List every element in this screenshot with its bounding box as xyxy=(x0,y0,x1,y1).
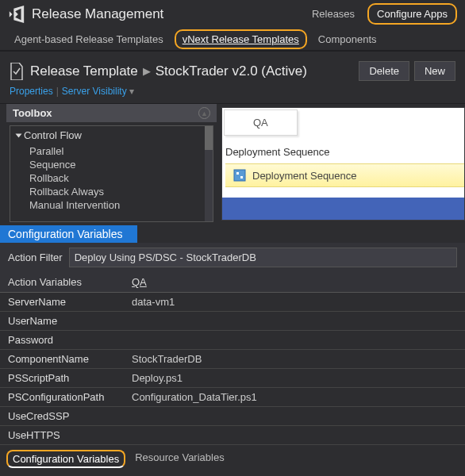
subtab-vnext-templates[interactable]: vNext Release Templates xyxy=(175,29,307,49)
document-props: Properties | Server Visibility xyxy=(0,84,465,103)
subtab-bar: Agent-based Release Templates vNext Rele… xyxy=(0,28,465,52)
var-value-cell[interactable] xyxy=(124,331,465,350)
table-row: UserName xyxy=(0,312,465,331)
var-name-cell: UserName xyxy=(0,312,124,331)
page-type-label: Release Template xyxy=(30,63,138,79)
table-row: ServerNamedata-vm1 xyxy=(0,293,465,312)
var-value-cell[interactable] xyxy=(124,426,465,445)
var-value-cell[interactable]: Deploy.ps1 xyxy=(124,369,465,388)
expand-caret-icon[interactable] xyxy=(16,134,22,138)
server-visibility-dropdown[interactable]: Server Visibility xyxy=(62,86,134,97)
table-row: PSScriptPathDeploy.ps1 xyxy=(0,369,465,388)
var-value-cell[interactable] xyxy=(124,312,465,331)
table-row: Password xyxy=(0,331,465,350)
tree-item-manual-intervention[interactable]: Manual Intervention xyxy=(10,198,213,212)
workspace: Toolbox ▲ Control Flow Parallel Sequence… xyxy=(0,103,465,224)
toolbox-header: Toolbox ▲ xyxy=(6,104,217,122)
config-variables-header[interactable]: Configuration Variables xyxy=(0,225,137,243)
var-name-cell: Password xyxy=(0,331,124,350)
svg-rect-2 xyxy=(240,176,243,178)
var-name-cell: ServerName xyxy=(0,293,124,312)
variables-table: Action Variables QA ServerNamedata-vm1Us… xyxy=(0,272,465,445)
properties-link[interactable]: Properties xyxy=(10,86,53,97)
table-row: UseCredSSP xyxy=(0,407,465,426)
document-icon xyxy=(10,63,24,80)
toolbox-scrollbar[interactable] xyxy=(205,126,213,221)
separator: | xyxy=(56,86,59,97)
title-bar: Release Management Releases Configure Ap… xyxy=(0,0,465,28)
svg-rect-1 xyxy=(236,172,239,175)
deployment-sequence-row[interactable]: Deployment Sequence xyxy=(225,163,464,187)
var-name-cell: PSScriptPath xyxy=(0,369,124,388)
var-value-cell[interactable]: StockTraderDB xyxy=(124,350,465,369)
svg-rect-0 xyxy=(234,170,245,181)
subtab-components[interactable]: Components xyxy=(312,31,383,48)
tree-item-sequence[interactable]: Sequence xyxy=(10,158,213,171)
tree-item-parallel[interactable]: Parallel xyxy=(10,144,213,158)
tree-item-rollback[interactable]: Rollback xyxy=(10,171,213,185)
tree-root[interactable]: Control Flow xyxy=(10,126,213,144)
deployment-sequence-label: Deployment Sequence xyxy=(225,146,330,158)
sequence-icon xyxy=(233,169,246,182)
template-name: StockTrader v2.0 (Active) xyxy=(156,63,307,79)
collapse-icon[interactable]: ▲ xyxy=(198,107,210,119)
bottom-tabs: Configuration Variables Resource Variabl… xyxy=(0,445,465,468)
table-row: UseHTTPS xyxy=(0,426,465,445)
vs-logo-icon xyxy=(8,6,25,23)
var-name-cell: PSConfigurationPath xyxy=(0,388,124,407)
var-value-cell[interactable]: data-vm1 xyxy=(124,293,465,312)
var-value-cell[interactable] xyxy=(124,407,465,426)
action-filter-select[interactable]: Deploy Using PS/DSC - StockTraderDB xyxy=(69,248,457,267)
top-tab-releases[interactable]: Releases xyxy=(304,5,363,23)
tab-configuration-variables[interactable]: Configuration Variables xyxy=(6,450,125,468)
stage-tab-qa[interactable]: QA xyxy=(224,109,298,136)
design-surface[interactable]: QA Deployment Sequence Deployment Sequen… xyxy=(221,107,465,221)
col-qa[interactable]: QA xyxy=(124,272,465,293)
tab-resource-variables[interactable]: Resource Variables xyxy=(133,450,225,468)
table-row: ComponentNameStockTraderDB xyxy=(0,350,465,369)
delete-button[interactable]: Delete xyxy=(359,61,409,81)
tree-root-label: Control Flow xyxy=(24,129,82,141)
toolbox-body: Control Flow Parallel Sequence Rollback … xyxy=(10,125,213,222)
design-bottom-strip xyxy=(222,198,464,220)
top-tab-configure-apps[interactable]: Configure Apps xyxy=(367,3,457,25)
subtab-agent-templates[interactable]: Agent-based Release Templates xyxy=(8,31,170,48)
breadcrumb-separator-icon: ▶ xyxy=(143,65,151,77)
new-button[interactable]: New xyxy=(414,61,455,81)
var-name-cell: UseCredSSP xyxy=(0,407,124,426)
scrollbar-thumb[interactable] xyxy=(205,126,213,150)
col-action-variables: Action Variables xyxy=(0,272,124,293)
document-header: Release Template ▶ StockTrader v2.0 (Act… xyxy=(0,52,465,84)
deployment-sequence-text: Deployment Sequence xyxy=(252,170,357,182)
action-filter-row: Action Filter Deploy Using PS/DSC - Stoc… xyxy=(0,243,465,272)
var-name-cell: ComponentName xyxy=(0,350,124,369)
toolbox-title: Toolbox xyxy=(13,107,52,119)
var-name-cell: UseHTTPS xyxy=(0,426,124,445)
var-value-cell[interactable]: Configuration_DataTier.ps1 xyxy=(124,388,465,407)
tree-item-rollback-always[interactable]: Rollback Always xyxy=(10,185,213,198)
toolbox-panel: Toolbox ▲ Control Flow Parallel Sequence… xyxy=(6,104,217,224)
action-filter-label: Action Filter xyxy=(8,251,63,263)
app-title: Release Management xyxy=(32,6,304,22)
table-row: PSConfigurationPathConfiguration_DataTie… xyxy=(0,388,465,407)
